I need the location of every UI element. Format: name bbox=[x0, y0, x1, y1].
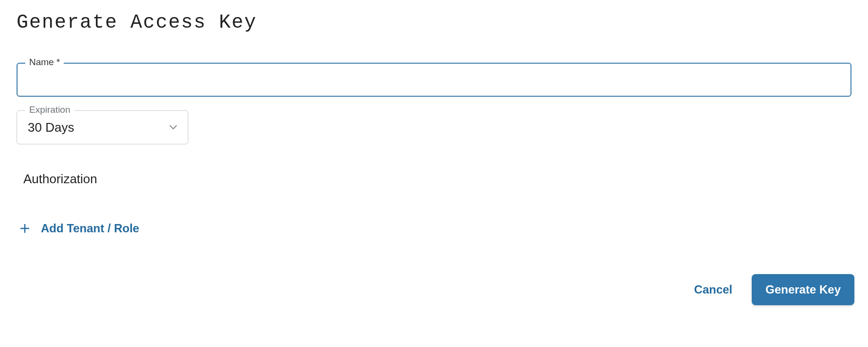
name-field: Name * bbox=[17, 63, 851, 97]
cancel-button[interactable]: Cancel bbox=[689, 276, 738, 303]
expiration-select[interactable]: 30 Days bbox=[17, 110, 188, 144]
name-field-box bbox=[17, 63, 851, 97]
plus-icon bbox=[19, 223, 30, 234]
name-input[interactable] bbox=[26, 70, 842, 89]
page-title: Generate Access Key bbox=[17, 12, 851, 34]
expiration-field: Expiration 30 Days bbox=[17, 110, 188, 144]
add-tenant-role-button[interactable]: Add Tenant / Role bbox=[19, 222, 139, 235]
expiration-selected-value: 30 Days bbox=[28, 120, 74, 135]
dialog-footer: Cancel Generate Key bbox=[689, 274, 854, 305]
authorization-heading: Authorization bbox=[23, 172, 851, 187]
generate-key-button[interactable]: Generate Key bbox=[752, 274, 854, 305]
add-tenant-role-label: Add Tenant / Role bbox=[41, 222, 139, 235]
name-field-label: Name * bbox=[25, 57, 64, 68]
chevron-down-icon bbox=[169, 125, 177, 130]
expiration-field-label: Expiration bbox=[25, 104, 74, 115]
